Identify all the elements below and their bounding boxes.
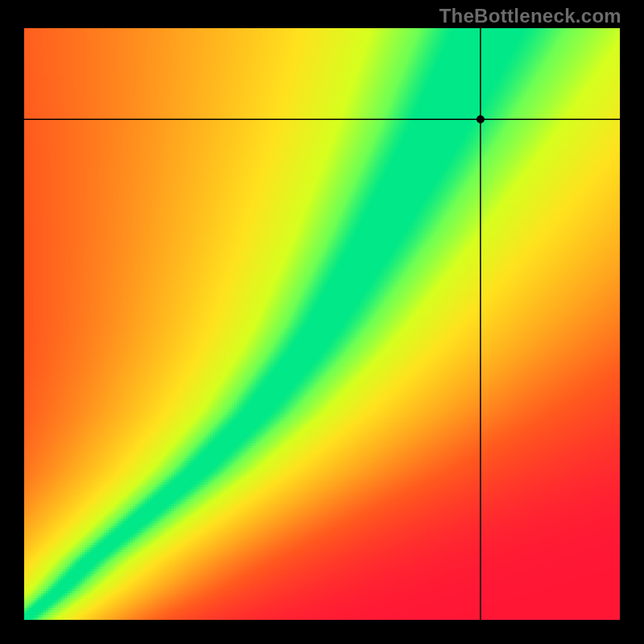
chart-frame: TheBottleneck.com bbox=[0, 0, 644, 644]
watermark-label: TheBottleneck.com bbox=[440, 5, 621, 27]
heatmap-plot bbox=[24, 28, 620, 620]
heatmap-canvas bbox=[24, 28, 620, 620]
